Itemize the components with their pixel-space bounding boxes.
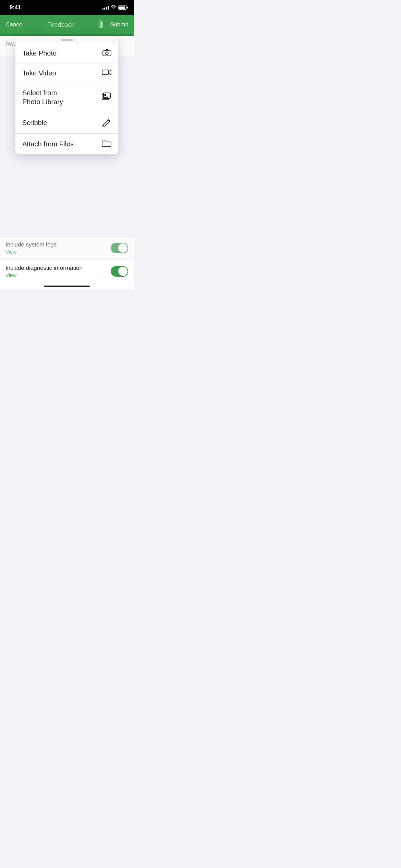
drag-handle-bar — [61, 39, 73, 41]
signal-icon — [102, 5, 109, 10]
diagnostic-info-toggle[interactable] — [111, 266, 128, 277]
diagnostic-info-view-link[interactable]: View — [5, 272, 83, 278]
take-video-label: Take Video — [22, 69, 56, 77]
camera-icon — [102, 49, 111, 58]
home-indicator — [0, 283, 134, 289]
diagnostic-info-label-group: Include diagnostic information View — [5, 265, 83, 278]
status-icons — [102, 5, 127, 10]
scribble-label: Scribble — [22, 119, 47, 127]
status-bar: 9:41 — [0, 0, 134, 15]
menu-item-attach-files[interactable]: Attach from Files — [15, 133, 118, 154]
svg-rect-2 — [102, 70, 108, 75]
attachment-menu: Take Photo Take Video — [15, 36, 118, 154]
svg-point-1 — [106, 52, 108, 55]
status-time: 9:41 — [10, 4, 21, 11]
cancel-button[interactable]: Cancel — [5, 21, 24, 28]
drag-handle — [15, 36, 118, 43]
photo-library-label: Select fromPhoto Library — [22, 88, 63, 106]
battery-icon — [118, 5, 127, 10]
folder-icon — [102, 139, 111, 149]
dropdown-overlay[interactable]: Take Photo Take Video — [0, 36, 134, 259]
menu-item-scribble[interactable]: Scribble — [15, 112, 118, 133]
photo-library-icon — [102, 93, 111, 102]
submit-button[interactable]: Submit — [110, 21, 128, 28]
menu-item-take-photo[interactable]: Take Photo — [15, 43, 118, 63]
home-bar — [44, 286, 90, 287]
menu-item-take-video[interactable]: Take Video — [15, 63, 118, 83]
svg-rect-0 — [103, 51, 111, 56]
menu-item-photo-library[interactable]: Select fromPhoto Library — [15, 83, 118, 112]
take-photo-label: Take Photo — [22, 49, 57, 57]
toggle-knob-diagnostic — [118, 267, 127, 276]
attach-icon[interactable] — [96, 19, 108, 31]
attach-files-label: Attach from Files — [22, 140, 74, 148]
main-content: Awesome Take Photo Take V — [0, 36, 134, 259]
page-title: Feedback — [47, 21, 74, 28]
scribble-icon — [102, 118, 111, 128]
nav-bar: Cancel Feedback Submit — [0, 15, 134, 34]
video-icon — [102, 69, 111, 77]
wifi-icon — [111, 5, 116, 10]
diagnostic-info-label: Include diagnostic information — [5, 265, 83, 272]
nav-right-actions: Submit — [98, 20, 128, 29]
diagnostic-info-row: Include diagnostic information View — [0, 260, 134, 283]
